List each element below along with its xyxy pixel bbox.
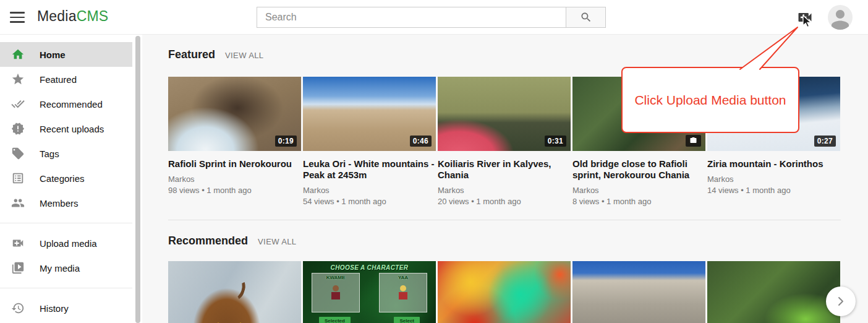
media-author[interactable]: Markos <box>168 174 301 184</box>
media-meta: 54 views • 1 month ago <box>303 197 436 206</box>
media-author[interactable]: Markos <box>303 186 436 195</box>
game-character-figure <box>331 285 340 300</box>
sidebar-item-label: Recommended <box>40 99 103 110</box>
duration-badge: 0:31 <box>545 136 566 147</box>
sidebar-item-members[interactable]: Members <box>0 191 132 215</box>
game-select-button: Select <box>394 317 420 323</box>
sidebar-item-history[interactable]: History <box>0 296 132 321</box>
game-character-name: KWAME <box>312 275 359 280</box>
sidebar-divider <box>0 223 132 223</box>
hamburger-menu-icon[interactable] <box>10 12 25 23</box>
search-button[interactable] <box>566 7 606 28</box>
sidebar-item-label: History <box>40 303 69 314</box>
annotation-text: Click Upload Media button <box>634 93 786 108</box>
upload-media-icon <box>796 9 814 26</box>
featured-section-header: Featured VIEW ALL <box>168 48 868 63</box>
upload-media-button[interactable] <box>796 9 815 26</box>
categories-icon <box>11 171 25 185</box>
my-media-icon <box>11 261 25 275</box>
camera-icon <box>689 137 697 144</box>
game-character-panel: YAA <box>379 273 427 312</box>
game-character-name: YAA <box>380 275 427 280</box>
media-meta: 8 views • 1 month ago <box>572 197 705 206</box>
media-thumbnail[interactable] <box>168 261 301 323</box>
upload-media-icon <box>11 236 25 250</box>
person-icon <box>828 5 853 30</box>
recommended-view-all-link[interactable]: VIEW ALL <box>258 237 296 246</box>
media-card: CHOOSE A CHARACTER KWAME YAA <box>303 261 436 323</box>
image-type-badge <box>686 135 701 147</box>
sidebar-item-my-media[interactable]: My media <box>0 256 132 280</box>
sidebar-item-categories[interactable]: Categories <box>0 166 132 191</box>
sidebar-item-label: My media <box>40 263 80 273</box>
featured-view-all-link[interactable]: VIEW ALL <box>225 51 263 60</box>
tag-icon <box>11 147 25 160</box>
duration-badge: 0:19 <box>275 136 297 147</box>
media-thumbnail[interactable]: 0:31 <box>438 77 571 151</box>
sidebar-item-upload-media[interactable]: Upload media <box>0 231 132 256</box>
done-all-icon <box>11 97 25 111</box>
media-title[interactable]: Old bridge close to Rafioli sprint, Nero… <box>572 158 705 181</box>
media-author[interactable]: Markos <box>572 186 705 195</box>
sidebar-item-tags[interactable]: Tags <box>0 141 132 166</box>
annotation-callout: Click Upload Media button <box>621 67 799 133</box>
sidebar-item-label: Members <box>40 198 79 209</box>
media-title[interactable]: Ziria mountain - Korinthos <box>707 158 840 170</box>
recommended-cards-row: CHOOSE A CHARACTER KWAME YAA <box>168 261 868 323</box>
sidebar-item-label: Home <box>40 50 66 60</box>
star-icon <box>11 72 25 86</box>
search-icon <box>580 11 592 24</box>
media-thumbnail[interactable]: CHOOSE A CHARACTER KWAME YAA <box>303 261 436 323</box>
user-avatar[interactable] <box>828 5 853 30</box>
media-title[interactable]: Leuka Ori - White mountains - Peak at 24… <box>303 158 436 181</box>
media-title[interactable]: Koiliaris River in Kalyves, Chania <box>438 158 571 181</box>
sidebar-item-home[interactable]: Home <box>0 42 132 67</box>
media-card: 0:19 Rafioli Sprint in Nerokourou Markos… <box>168 77 301 206</box>
media-thumbnail[interactable] <box>438 261 571 323</box>
section-title-featured: Featured <box>168 48 215 61</box>
game-thumb-heading: CHOOSE A CHARACTER <box>303 264 436 271</box>
media-meta: 98 views • 1 month ago <box>168 186 301 195</box>
recommended-section-header: Recommended VIEW ALL <box>168 235 868 249</box>
pumpkin-stem <box>226 275 248 303</box>
chevron-right-icon <box>836 296 846 306</box>
sidebar-item-label: Categories <box>40 173 85 184</box>
duration-badge: 0:46 <box>410 136 432 147</box>
app-logo[interactable]: MediaCMS <box>37 8 108 25</box>
media-card <box>168 261 301 323</box>
media-meta: 14 views • 1 month ago <box>707 186 840 195</box>
home-icon <box>11 48 25 61</box>
media-author[interactable]: Markos <box>707 174 840 184</box>
media-thumbnail[interactable]: 0:46 <box>303 77 436 151</box>
sidebar-item-label: Tags <box>40 149 59 159</box>
new-releases-icon <box>11 122 25 136</box>
media-thumbnail[interactable] <box>572 261 705 323</box>
media-card <box>707 261 840 323</box>
media-card: 0:31 Koiliaris River in Kalyves, Chania … <box>438 77 571 206</box>
sidebar-item-featured[interactable]: Featured <box>0 67 132 92</box>
sidebar-item-label: Recent uploads <box>40 124 104 134</box>
sidebar-scrollbar[interactable] <box>135 36 140 323</box>
game-character-panel: KWAME <box>312 273 360 312</box>
media-author[interactable]: Markos <box>438 186 571 195</box>
search-input[interactable] <box>257 7 566 28</box>
media-card: 0:46 Leuka Ori - White mountains - Peak … <box>303 77 436 206</box>
top-header: MediaCMS <box>0 0 868 35</box>
sidebar-item-recent-uploads[interactable]: Recent uploads <box>0 116 132 141</box>
search-bar <box>257 7 606 28</box>
sidebar-item-label: Featured <box>40 74 77 85</box>
members-icon <box>11 196 25 210</box>
sidebar-item-recommended[interactable]: Recommended <box>0 92 132 116</box>
game-selected-button: Selected <box>319 317 351 323</box>
media-card <box>572 261 705 323</box>
sidebar-item-label: Upload media <box>40 238 97 249</box>
media-title[interactable]: Rafioli Sprint in Nerokourou <box>168 158 301 170</box>
media-thumbnail[interactable] <box>707 261 840 323</box>
scroll-next-button[interactable] <box>826 286 856 316</box>
game-thumb-panels: KWAME YAA <box>303 271 436 312</box>
history-icon <box>11 301 25 315</box>
media-card <box>438 261 571 323</box>
media-meta: 20 views • 1 month ago <box>438 197 571 206</box>
sidebar-divider <box>0 288 132 288</box>
media-thumbnail[interactable]: 0:19 <box>168 77 301 151</box>
